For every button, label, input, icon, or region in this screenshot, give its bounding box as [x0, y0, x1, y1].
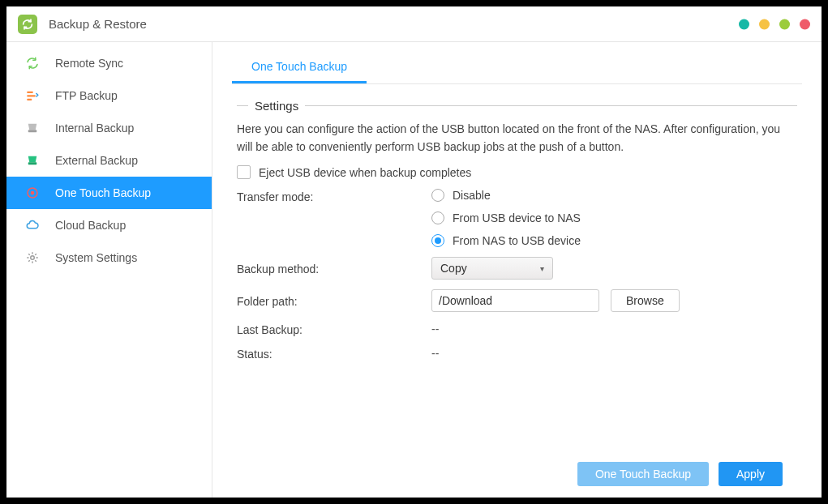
settings-heading-row: Settings: [237, 99, 797, 113]
chevron-down-icon: ▾: [540, 264, 544, 273]
last-backup-value: --: [431, 322, 797, 335]
select-value: Copy: [440, 262, 467, 275]
eject-checkbox[interactable]: [237, 165, 251, 179]
svg-rect-3: [28, 130, 37, 132]
svg-point-7: [31, 256, 35, 260]
cloud-icon: [24, 217, 41, 233]
status-row: Status: --: [237, 346, 797, 361]
folder-path-row: Folder path: Browse: [237, 289, 797, 312]
radio-icon: [431, 211, 444, 224]
gear-icon: [24, 250, 41, 266]
svg-rect-1: [27, 95, 36, 96]
status-value: --: [431, 347, 797, 360]
browse-button[interactable]: Browse: [611, 289, 680, 312]
tab-bar: One Touch Backup: [232, 53, 802, 84]
sidebar-item-cloud-backup[interactable]: Cloud Backup: [6, 209, 212, 241]
settings-heading: Settings: [255, 99, 298, 113]
sidebar-item-internal-backup[interactable]: Internal Backup: [6, 112, 212, 144]
app-title: Backup & Restore: [49, 17, 147, 31]
sidebar-item-label: One Touch Backup: [55, 186, 151, 199]
titlebar: Backup & Restore: [6, 6, 822, 42]
one-touch-backup-button[interactable]: One Touch Backup: [577, 462, 709, 486]
sync-icon: [24, 55, 41, 71]
last-backup-label: Last Backup:: [237, 322, 431, 336]
external-drive-icon: [24, 152, 41, 169]
app-window: Backup & Restore Remote Sync FTP Backup: [0, 0, 828, 504]
eject-label: Eject USB device when backup completes: [259, 166, 471, 179]
backup-method-row: Backup method: Copy ▾: [237, 257, 797, 280]
body: Remote Sync FTP Backup Internal Backup E…: [6, 42, 822, 498]
window-fullscreen-dot[interactable]: [779, 19, 790, 29]
svg-rect-2: [27, 99, 32, 100]
window-minimize-dot[interactable]: [739, 19, 749, 29]
radio-label: From NAS to USB device: [453, 234, 581, 247]
radio-label: From USB device to NAS: [453, 211, 581, 224]
folder-path-input[interactable]: [431, 289, 599, 312]
svg-rect-4: [28, 162, 37, 164]
internal-drive-icon: [24, 120, 41, 136]
window-close-dot[interactable]: [800, 19, 810, 29]
transfer-mode-label: Transfer mode:: [237, 189, 431, 203]
main-content: One Touch Backup Settings Here you can c…: [212, 42, 822, 498]
settings-panel: Settings Here you can configure the acti…: [232, 84, 802, 454]
eject-row: Eject USB device when backup completes: [237, 165, 797, 179]
sidebar-item-label: Remote Sync: [55, 57, 123, 70]
backup-method-select[interactable]: Copy ▾: [431, 257, 553, 280]
tab-one-touch-backup[interactable]: One Touch Backup: [232, 53, 367, 83]
radio-icon: [431, 234, 444, 247]
ftp-icon: [24, 88, 41, 104]
window-maximize-dot[interactable]: [759, 19, 770, 29]
svg-rect-0: [27, 92, 33, 93]
sidebar-item-label: Internal Backup: [55, 122, 134, 135]
sidebar-item-external-backup[interactable]: External Backup: [6, 144, 212, 177]
sidebar-item-remote-sync[interactable]: Remote Sync: [6, 47, 212, 79]
footer: One Touch Backup Apply: [232, 454, 802, 498]
radio-usb-to-nas[interactable]: From USB device to NAS: [431, 211, 797, 224]
folder-path-label: Folder path:: [237, 293, 431, 308]
status-label: Status:: [237, 346, 431, 361]
app-icon: [18, 15, 37, 34]
sidebar-item-label: External Backup: [55, 154, 138, 167]
radio-disable[interactable]: Disable: [431, 189, 797, 202]
divider-line: [237, 105, 248, 106]
sidebar-item-system-settings[interactable]: System Settings: [6, 241, 212, 274]
radio-nas-to-usb[interactable]: From NAS to USB device: [431, 234, 797, 247]
radio-label: Disable: [453, 189, 491, 202]
radio-icon: [431, 189, 444, 202]
settings-description: Here you can configure the action of the…: [237, 121, 797, 156]
sidebar-item-one-touch-backup[interactable]: One Touch Backup: [6, 177, 212, 209]
sidebar: Remote Sync FTP Backup Internal Backup E…: [6, 42, 212, 498]
svg-point-6: [31, 191, 35, 195]
one-touch-icon: [24, 185, 41, 201]
sidebar-item-label: Cloud Backup: [55, 219, 126, 232]
apply-button[interactable]: Apply: [719, 462, 783, 486]
window-controls: [739, 19, 810, 29]
sidebar-item-label: System Settings: [55, 251, 137, 264]
backup-method-label: Backup method:: [237, 261, 431, 275]
last-backup-row: Last Backup: --: [237, 322, 797, 336]
transfer-mode-row: Transfer mode: Disable From USB device t…: [237, 189, 797, 247]
sidebar-item-ftp-backup[interactable]: FTP Backup: [6, 79, 212, 112]
divider-line: [305, 105, 797, 106]
sidebar-item-label: FTP Backup: [55, 89, 118, 102]
